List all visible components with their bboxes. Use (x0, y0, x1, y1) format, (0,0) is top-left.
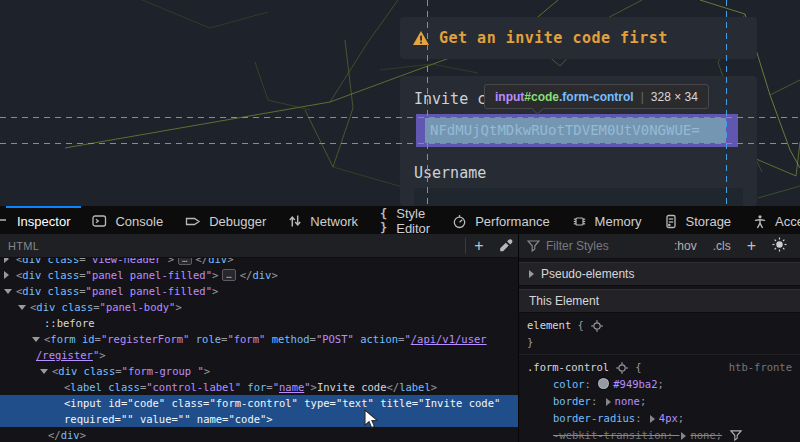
color-scheme-sun-icon[interactable] (767, 237, 792, 255)
tab-label: Memory (595, 214, 642, 229)
overridden-filter-icon[interactable] (730, 430, 742, 441)
highlighter-guide-top (0, 117, 800, 118)
attribute-link[interactable]: name (279, 381, 304, 393)
markup-row[interactable]: ::before (0, 315, 518, 331)
stylesheet-source-link[interactable]: htb-fronte (729, 359, 792, 376)
markup-row-selected[interactable]: <input id="code" class="form-control" ty… (0, 395, 518, 427)
this-element-section: This Element (519, 289, 800, 313)
highlighter-guide-right (726, 0, 727, 206)
color-swatch[interactable] (598, 378, 609, 389)
infobar-dimensions: 328 × 34 (651, 90, 698, 104)
rules-view: Pseudo-elements This Element element { (519, 259, 800, 442)
tab-storage[interactable]: Storage (653, 206, 743, 234)
css-declaration-border[interactable]: border: none; (527, 393, 792, 410)
rules-pane: Filter Styles :hov .cls + Pseudo-element… (518, 234, 800, 442)
username-input[interactable] (414, 188, 743, 206)
debugger-icon (185, 215, 201, 228)
markup-row[interactable]: <div class="view-header">…</div> (0, 258, 518, 267)
value-expander-icon[interactable] (606, 398, 611, 406)
tab-label: Debugger (209, 214, 266, 229)
markup-view: <div class="view-header">…</div><div cla… (0, 258, 518, 442)
memory-icon (572, 214, 587, 229)
eyedropper-icon[interactable] (492, 234, 518, 257)
tab-memory[interactable]: Memory (561, 206, 653, 234)
console-icon (92, 214, 107, 228)
element-rule: element { } (519, 313, 800, 355)
pseudo-elements-section[interactable]: Pseudo-elements (519, 262, 800, 286)
twisty-open-icon[interactable] (4, 289, 12, 294)
markup-row[interactable]: </div> (0, 427, 518, 442)
markup-row[interactable]: <div class="panel panel-filled">…</div> (0, 267, 518, 283)
network-icon (288, 214, 302, 228)
tab-debugger[interactable]: Debugger (174, 206, 277, 234)
markup-pane: HTML + <div class="view-header">…</div><… (0, 234, 518, 442)
firefox-devtools-window: Get an invite code first Invite code NFd… (0, 0, 800, 442)
class-panel-toggle[interactable]: .cls (708, 239, 736, 253)
username-label: Username (414, 164, 486, 182)
tab-accessibility[interactable]: Accessibility (742, 206, 800, 234)
tab-console[interactable]: Console (81, 206, 174, 234)
twisty-open-icon[interactable] (32, 337, 40, 342)
filter-icon (527, 240, 540, 252)
devtools-tabbar: InspectorConsoleDebuggerNetwork{ }Style … (0, 206, 800, 234)
css-declaration-webkit-transition[interactable]: -webkit-transition: none; (527, 427, 792, 442)
devtools-panes: HTML + <div class="view-header">…</div><… (0, 234, 800, 442)
css-declaration-color[interactable]: color: #949ba2; (527, 376, 792, 393)
markup-row[interactable]: <label class="control-label" for="name">… (0, 379, 518, 395)
markup-row[interactable]: <div class="panel panel-filled"> (0, 283, 518, 299)
storage-icon (664, 214, 678, 229)
infobar-tag: input (495, 90, 524, 104)
tab-label: Accessibility (775, 214, 800, 229)
highlighter-guide-left (427, 0, 428, 206)
attribute-link[interactable]: /register (36, 349, 93, 361)
node-infobar: input#code.form-control | 328 × 34 (484, 84, 709, 109)
markup-pane-header: HTML + (0, 234, 518, 258)
alert-panel: Get an invite code first (400, 17, 757, 59)
tab-network[interactable]: Network (277, 206, 369, 234)
pseudo-elements-label: Pseudo-elements (541, 266, 634, 283)
element-rule-selector[interactable]: element (527, 317, 571, 334)
tab-label: Inspector (17, 214, 70, 229)
filter-styles-input[interactable]: Filter Styles (546, 239, 663, 253)
pseudo-class-panel-toggle[interactable]: :hov (669, 239, 702, 253)
alert-text: Get an invite code first (439, 29, 668, 47)
value-expander-icon[interactable] (681, 432, 686, 440)
value-expander-icon[interactable] (650, 415, 655, 423)
infobar-id: #code (524, 90, 559, 104)
twisty-open-icon[interactable] (18, 305, 26, 310)
twisty-closed-icon[interactable] (4, 271, 9, 279)
invite-code-input[interactable]: NFdMUjQtMDkwRUotTDVEM0UtV0NGWUE= (425, 118, 726, 143)
this-element-label: This Element (529, 293, 599, 310)
infobar-class: .form-control (559, 90, 634, 104)
attribute-link[interactable]: /api/v1/user (411, 333, 487, 345)
mouse-cursor (364, 409, 381, 431)
add-rule-button[interactable]: + (742, 238, 761, 254)
tab-label: Performance (475, 214, 549, 229)
rules-pane-header: Filter Styles :hov .cls + (519, 234, 800, 259)
css-declaration-border-radius[interactable]: border-radius: 4px; (527, 410, 792, 427)
style-editor-icon: { } (380, 207, 388, 235)
tab-performance[interactable]: Performance (441, 206, 560, 234)
performance-icon (452, 214, 467, 229)
create-node-button[interactable]: + (466, 234, 492, 257)
tab-style-editor[interactable]: { }Style Editor (369, 206, 441, 234)
page-viewport: Get an invite code first Invite code NFd… (0, 0, 800, 206)
twisty-open-icon[interactable] (40, 369, 48, 374)
infobar-separator: | (641, 90, 644, 104)
accessibility-icon (753, 214, 767, 229)
markup-row[interactable]: /register"> (0, 347, 518, 363)
tab-label: Network (310, 214, 358, 229)
tab-label: Storage (686, 214, 732, 229)
element-target-icon[interactable] (590, 319, 604, 333)
tab-label: Console (115, 214, 163, 229)
markup-row[interactable]: <div class="panel-body"> (0, 299, 518, 315)
markup-row[interactable]: <form id="registerForm" role="form" meth… (0, 331, 518, 347)
rule-target-icon[interactable] (615, 361, 629, 375)
form-control-selector[interactable]: .form-control (527, 359, 609, 376)
highlighter-guide-bottom (0, 143, 800, 144)
form-control-rule: .form-control { htb-fronte color: #949ba… (519, 355, 800, 442)
tab-inspector[interactable]: Inspector (6, 206, 81, 234)
tab-label: Style Editor (396, 206, 430, 236)
markup-row[interactable]: <div class="form-group "> (0, 363, 518, 379)
twisty-closed-icon[interactable] (4, 258, 9, 263)
